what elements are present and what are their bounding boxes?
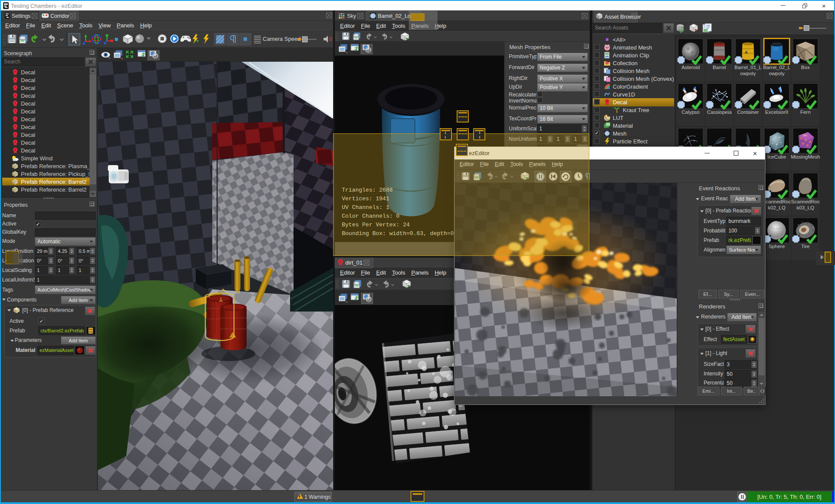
svg-text:Me: Me — [803, 134, 807, 137]
svg-text:Camera Speed: Camera Speed — [263, 36, 301, 42]
